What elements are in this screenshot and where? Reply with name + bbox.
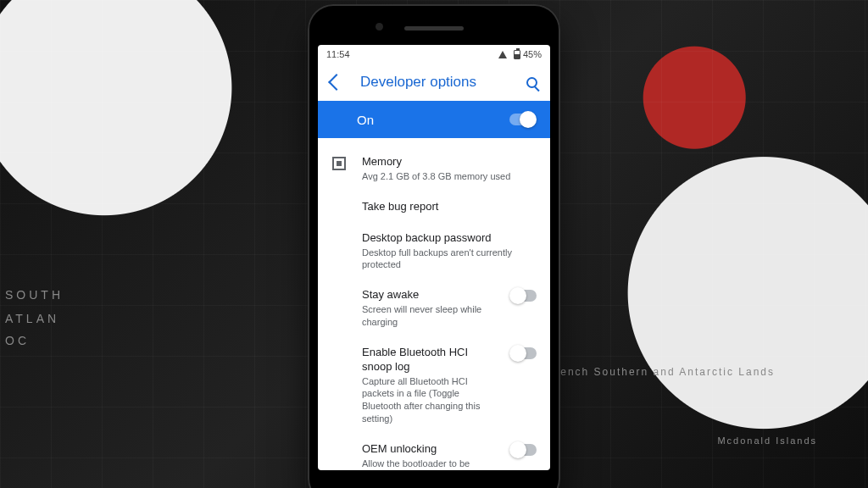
settings-list[interactable]: MemoryAvg 2.1 GB of 3.8 GB memory usedTa… xyxy=(318,138,550,470)
page-title: Developer options xyxy=(360,74,508,91)
row-text: Enable Bluetooth HCI snoop logCapture al… xyxy=(362,346,498,425)
row-title: Desktop backup password xyxy=(362,231,537,246)
cell-signal-icon xyxy=(498,51,507,58)
row-toggle[interactable] xyxy=(511,442,537,456)
switch[interactable] xyxy=(511,444,537,456)
row-title: OEM unlocking xyxy=(362,442,498,457)
app-bar: Developer options xyxy=(318,64,550,101)
bg-text: SOUTH xyxy=(5,288,64,302)
master-switch[interactable] xyxy=(509,114,535,125)
row-text: OEM unlockingAllow the bootloader to be … xyxy=(362,442,498,470)
row-title: Enable Bluetooth HCI snoop log xyxy=(362,346,498,374)
bg-text: ATLAN xyxy=(5,312,59,325)
row-subtitle: Capture all Bluetooth HCI packets in a f… xyxy=(362,375,498,425)
switch[interactable] xyxy=(511,290,537,302)
row-toggle[interactable] xyxy=(511,288,537,302)
search-button[interactable] xyxy=(520,70,543,94)
bg-text: French Southern and Antarctic Lands xyxy=(548,366,775,378)
settings-row[interactable]: Take bug report xyxy=(318,191,550,223)
master-toggle-label: On xyxy=(357,113,374,127)
row-text: Take bug report xyxy=(362,200,537,214)
row-subtitle: Avg 2.1 GB of 3.8 GB memory used xyxy=(362,170,537,183)
row-title: Stay awake xyxy=(362,288,498,302)
row-toggle[interactable] xyxy=(511,346,537,359)
row-text: MemoryAvg 2.1 GB of 3.8 GB memory used xyxy=(362,155,537,183)
bg-text: Mcdonald Islands xyxy=(717,435,817,446)
settings-row[interactable]: Desktop backup passwordDesktop full back… xyxy=(318,223,550,280)
row-title: Memory xyxy=(362,155,537,169)
row-subtitle: Desktop full backups aren't currently pr… xyxy=(362,247,537,272)
status-time: 11:54 xyxy=(326,49,350,59)
master-toggle-row[interactable]: On xyxy=(318,101,550,138)
settings-row[interactable]: Enable Bluetooth HCI snoop logCapture al… xyxy=(318,337,550,434)
search-icon xyxy=(526,77,537,88)
row-subtitle: Allow the bootloader to be unlocked xyxy=(362,458,498,470)
switch[interactable] xyxy=(511,347,537,359)
row-title: Take bug report xyxy=(362,200,537,214)
bg-text: OC xyxy=(5,334,30,347)
battery-percent: 45% xyxy=(523,49,542,59)
row-text: Desktop backup passwordDesktop full back… xyxy=(362,231,537,272)
phone-frame: 11:54 45% Developer options On MemoryAvg… xyxy=(308,4,560,488)
status-bar: 11:54 45% xyxy=(318,45,550,64)
back-button[interactable] xyxy=(325,70,348,94)
phone-speaker xyxy=(404,26,464,30)
row-subtitle: Screen will never sleep while charging xyxy=(362,303,498,329)
phone-front-camera xyxy=(376,23,383,30)
row-text: Stay awakeScreen will never sleep while … xyxy=(362,288,498,329)
phone-screen: 11:54 45% Developer options On MemoryAvg… xyxy=(318,45,550,470)
chip-icon xyxy=(330,155,348,170)
settings-row[interactable]: MemoryAvg 2.1 GB of 3.8 GB memory used xyxy=(318,147,550,191)
settings-row[interactable]: OEM unlockingAllow the bootloader to be … xyxy=(318,434,550,470)
battery-icon xyxy=(514,50,520,59)
settings-row[interactable]: Stay awakeScreen will never sleep while … xyxy=(318,280,550,337)
arrow-left-icon xyxy=(328,74,345,91)
